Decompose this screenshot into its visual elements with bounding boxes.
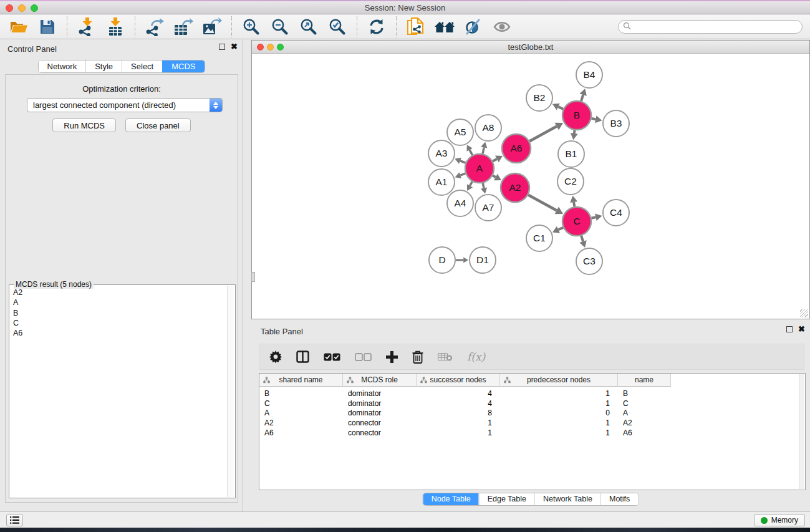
hide-glasses-icon[interactable] [462,17,485,37]
table-row[interactable]: A6connector11A6 [259,428,805,438]
home-icon[interactable] [433,17,456,37]
network-graph[interactable]: B4B2BB3A8A5A6A3B1AC2A1A2A4A7C4CC1DD1C3 [252,54,809,319]
edge-A-A5[interactable] [470,150,473,155]
edge-C-C1[interactable] [558,228,563,230]
tab-motifs[interactable]: Motifs [600,493,638,505]
table-row[interactable]: Adominator80A [259,408,805,418]
table-cell[interactable]: C [259,399,343,408]
edge-B-B4[interactable] [581,95,583,101]
table-cell[interactable]: B [618,389,671,398]
edge-A2-C[interactable] [528,195,557,210]
table-scrollbar[interactable] [799,374,804,489]
table-cell[interactable]: 8 [417,409,500,417]
mcds-result-item[interactable]: A [10,297,226,307]
result-scrollbar[interactable] [227,286,234,497]
tab-style[interactable]: Style [85,60,122,72]
delete-column-trash-icon[interactable] [412,351,423,364]
network-canvas[interactable]: B4B2BB3A8A5A6A3B1AC2A1A2A4A7C4CC1DD1C3 [252,54,809,319]
table-cell[interactable]: 1 [417,418,500,427]
float-panel-icon[interactable] [219,44,225,50]
column-header-successor-nodes[interactable]: successor nodes [417,374,500,387]
table-cell[interactable]: dominator [343,389,417,398]
edge-A-A1[interactable] [460,173,465,175]
table-cell[interactable]: 4 [417,399,500,408]
table-cell[interactable]: 1 [500,428,618,437]
export-image-icon[interactable] [201,17,223,37]
split-columns-icon[interactable] [296,351,309,363]
table-cell[interactable]: A6 [618,428,671,437]
run-mcds-button[interactable]: Run MCDS [52,118,116,132]
table-cell[interactable]: 0 [500,409,618,417]
table-cell[interactable]: 1 [500,418,618,427]
column-header-predecessor-nodes[interactable]: predecessor nodes [500,374,618,387]
table-cell[interactable]: 1 [417,428,500,437]
edge-B-B2[interactable] [558,107,563,109]
column-header-mcds-role[interactable]: MCDS role [343,374,417,387]
save-session-icon[interactable] [36,17,59,37]
tab-select[interactable]: Select [122,60,162,72]
refresh-icon[interactable] [365,17,388,37]
table-cell[interactable]: dominator [343,409,417,417]
table-row[interactable]: A2connector11A2 [259,418,805,428]
edge-A6-B[interactable] [529,127,557,142]
table-cell[interactable]: A6 [259,428,343,437]
edge-C-C3[interactable] [581,236,583,241]
table-cell[interactable]: 4 [417,389,500,398]
table-cell[interactable]: A [259,409,343,417]
show-eye-icon[interactable] [491,17,513,37]
window-resize-grip[interactable] [800,309,808,317]
edge-A-A8[interactable] [483,147,484,153]
table-close-panel-icon[interactable]: ✖ [798,326,805,332]
network-file-icon[interactable] [405,17,427,37]
edge-C-C2[interactable] [574,202,574,206]
tab-network[interactable]: Network [38,60,85,72]
zoom-selected-icon[interactable] [326,17,349,37]
mcds-result-item[interactable]: B [10,308,226,318]
mcds-result-item[interactable]: A6 [10,328,226,338]
table-row[interactable]: Cdominator41C [259,399,805,409]
tab-network-table[interactable]: Network Table [534,493,600,505]
edge-B-B1[interactable] [574,130,575,133]
table-float-panel-icon[interactable] [786,326,793,332]
column-header-name[interactable]: name [618,374,671,387]
tab-mcds[interactable]: MCDS [162,60,204,72]
export-table-icon[interactable] [172,17,195,37]
criterion-dropdown[interactable]: largest connected component (directed) [27,98,223,112]
table-cell[interactable]: dominator [343,399,417,408]
export-network-icon[interactable] [143,17,166,37]
table-cell[interactable]: C [618,399,671,408]
splitter-handle[interactable] [251,272,255,282]
table-cell[interactable]: connector [343,428,417,437]
edge-A-A3[interactable] [460,161,466,163]
table-cell[interactable]: connector [343,418,417,427]
add-column-icon[interactable] [386,351,398,363]
table-cell[interactable]: A [618,409,671,417]
settings-gear-icon[interactable] [269,351,282,363]
edge-B-B3[interactable] [592,118,596,119]
column-header-shared-name[interactable]: shared name [259,374,343,387]
close-panel-icon[interactable]: ✖ [231,44,238,50]
table-row[interactable]: Bdominator41B [259,389,805,399]
task-history-button[interactable] [6,514,23,526]
search-input[interactable] [634,22,798,31]
edge-A-A4[interactable] [470,181,473,186]
table-cell[interactable]: B [259,389,343,398]
table-cell[interactable]: 1 [500,389,618,398]
edge-A-A7[interactable] [483,183,484,188]
mcds-result-item[interactable]: A2 [10,288,226,297]
table-cell[interactable]: A2 [618,418,671,427]
edge-C-C4[interactable] [591,217,595,218]
edge-A-A6[interactable] [493,159,497,162]
memory-button[interactable]: Memory [754,514,805,526]
zoom-fit-icon[interactable] [297,17,320,37]
table-cell[interactable]: A2 [259,418,343,427]
search-field[interactable] [618,20,803,34]
import-table-icon[interactable] [104,17,127,37]
deselect-all-checkboxes-icon[interactable] [355,353,372,361]
tab-node-table[interactable]: Node Table [423,493,479,505]
select-all-checkboxes-icon[interactable] [324,353,340,361]
destroy-table-icon[interactable] [438,352,453,362]
edge-A-A2[interactable] [493,175,496,177]
zoom-out-icon[interactable] [269,17,291,37]
import-network-icon[interactable] [75,17,98,37]
